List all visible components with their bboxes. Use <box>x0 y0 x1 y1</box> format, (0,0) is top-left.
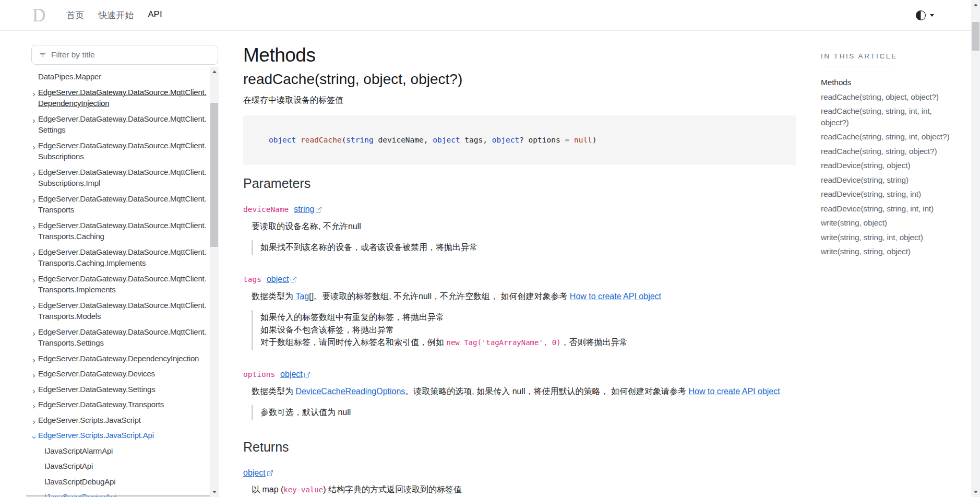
inline-link[interactable]: Tag <box>295 292 309 301</box>
code-token: tags, <box>460 136 492 144</box>
note-line: 如果设备不包含该标签，将抛出异常 <box>260 324 796 336</box>
text-segment: 如果设备不包含该标签，将抛出异常 <box>260 325 394 334</box>
scroll-up-arrow-icon[interactable] <box>974 4 978 6</box>
toc-link[interactable]: readDevice(string, string) <box>821 175 909 184</box>
chevron-right-icon[interactable] <box>31 89 37 100</box>
sidebar-tree-link[interactable]: EdgeServer.​DataGateway.​Settings <box>38 385 155 394</box>
chevron-right-icon[interactable] <box>31 142 37 153</box>
chevron-right-icon[interactable] <box>31 401 37 412</box>
nav-item-api[interactable]: API <box>148 9 162 21</box>
page-scrollbar[interactable] <box>971 0 980 497</box>
parameter-name: deviceName <box>243 205 289 214</box>
toc-item: write(string, string, object) <box>821 246 955 257</box>
type-link[interactable]: object <box>280 370 310 379</box>
code-token: ? options <box>519 136 565 144</box>
sidebar-tree-item: IJavaScriptAlarmApi <box>31 445 218 457</box>
page-scrollbar-thumb[interactable] <box>972 22 979 51</box>
text-segment: 数据类型为 <box>252 387 295 396</box>
note-line: 如果找不到该名称的设备，或者该设备被禁用，将抛出异常 <box>260 241 796 254</box>
sidebar-tree-link[interactable]: IJavaScriptAlarmApi <box>44 446 113 455</box>
scroll-up-arrow-icon[interactable] <box>212 70 217 73</box>
sidebar-tree-link[interactable]: EdgeServer.​DataGateway.​DataSource.​Mqt… <box>38 114 207 135</box>
chevron-right-icon[interactable] <box>31 370 37 382</box>
chevron-right-icon[interactable] <box>31 275 37 287</box>
sidebar-tree-item: EdgeServer.​DataGateway.​DataSource.​Mqt… <box>31 273 218 295</box>
toc-link[interactable]: readCache(string, string, object?) <box>821 147 937 156</box>
sidebar-scrollbar-thumb[interactable] <box>210 103 218 247</box>
parameter-name-row: optionsobject <box>243 370 796 379</box>
sidebar-tree-link[interactable]: IJavaScriptDeviceApi <box>44 492 116 497</box>
sidebar-tree-link[interactable]: EdgeServer.​DataGateway.​DataSource.​Mqt… <box>38 301 207 321</box>
sidebar-tree-link[interactable]: IJavaScriptDebugApi <box>44 477 115 486</box>
chevron-right-icon[interactable] <box>31 249 37 260</box>
chevron-right-icon[interactable] <box>31 355 37 366</box>
sidebar-tree-item: DataPipes.​Mapper <box>31 71 218 82</box>
toc-link[interactable]: readDevice(string, string, int) <box>821 190 921 198</box>
external-link-icon <box>267 469 273 478</box>
chevron-right-icon[interactable] <box>31 417 37 428</box>
sidebar-tree-link[interactable]: EdgeServer.​DataGateway.​DataSource.​Mqt… <box>38 168 207 188</box>
sidebar-scrollbar[interactable] <box>210 67 219 497</box>
toc-link[interactable]: Methods <box>821 78 851 87</box>
namespace-sidebar: DataPipes.​MapperEdgeServer.​DataGateway… <box>31 45 218 497</box>
nav-item-home[interactable]: 首页 <box>66 9 84 21</box>
sidebar-tree-link[interactable]: EdgeServer.​DataGateway.​Transports <box>38 400 164 409</box>
inline-link[interactable]: How to create API object <box>570 292 661 301</box>
sidebar-tree-item: EdgeServer.​DataGateway.​DependencyInjec… <box>31 353 218 364</box>
toc-link[interactable]: readDevice(string, string, int, int) <box>821 204 934 213</box>
chevron-down-icon[interactable] <box>31 432 37 443</box>
theme-toggle-button[interactable] <box>916 10 934 20</box>
toc-list: MethodsreadCache(string, object, object?… <box>821 77 955 257</box>
sidebar-tree-link[interactable]: EdgeServer.​DataGateway.​DataSource.​Mqt… <box>38 141 207 161</box>
toc-link[interactable]: write(string, object) <box>821 218 887 227</box>
sidebar-tree-link[interactable]: EdgeServer.​DataGateway.​Devices <box>38 369 155 378</box>
sidebar-tree-link[interactable]: EdgeServer.​Scripts.​JavaScript.​Api <box>38 431 154 440</box>
sidebar-tree-link[interactable]: EdgeServer.​DataGateway.​DataSource.​Mqt… <box>38 88 207 108</box>
in-this-article-toc: IN THIS ARTICLE MethodsreadCache(string,… <box>821 52 955 261</box>
chevron-right-icon[interactable] <box>31 302 37 313</box>
chevron-right-icon[interactable] <box>31 115 37 127</box>
toc-link[interactable]: readDevice(string, object) <box>821 161 910 170</box>
toc-link[interactable]: readCache(string, string, int, object?) <box>821 132 949 141</box>
sidebar-tree-link[interactable]: EdgeServer.​DataGateway.​DataSource.​Mqt… <box>38 221 207 241</box>
toc-link[interactable]: write(string, string, object) <box>821 247 911 256</box>
method-summary: 在缓存中读取设备的标签值 <box>243 95 796 106</box>
toc-item: readCache(string, string, int, object?) <box>821 131 955 143</box>
toc-link[interactable]: readCache(string, string, int, int, obje… <box>821 106 932 127</box>
type-link[interactable]: object <box>243 468 273 477</box>
sidebar-tree-link[interactable]: IJavaScriptApi <box>44 462 93 470</box>
nav-item-quickstart[interactable]: 快速开始 <box>98 9 134 21</box>
clipped-next-item <box>26 495 210 496</box>
sidebar-tree-link[interactable]: EdgeServer.​DataGateway.​DataSource.​Mqt… <box>38 194 207 215</box>
circle-half-icon <box>916 10 926 20</box>
sidebar-tree-link[interactable]: EdgeServer.​DataGateway.​DataSource.​Mqt… <box>38 327 207 348</box>
code-token: object <box>433 136 460 144</box>
type-link[interactable]: string <box>294 205 321 214</box>
filter-input[interactable] <box>51 50 211 60</box>
chevron-right-icon[interactable] <box>31 195 37 207</box>
chevron-down-icon <box>930 14 934 17</box>
scroll-down-arrow-icon[interactable] <box>974 491 978 493</box>
chevron-right-icon[interactable] <box>31 222 37 233</box>
parameter-description: 要读取的设备名称, 不允许null <box>252 220 796 233</box>
sidebar-tree-link[interactable]: EdgeServer.​Scripts.​JavaScript <box>38 416 141 424</box>
toc-link[interactable]: readCache(string, object, object?) <box>821 92 939 101</box>
inline-link[interactable]: DeviceCacheReadingOptions <box>295 387 405 396</box>
sidebar-tree-link[interactable]: EdgeServer.​DataGateway.​DependencyInjec… <box>38 354 199 363</box>
site-logo[interactable]: D <box>32 6 45 25</box>
type-link[interactable]: object <box>267 275 296 284</box>
scroll-down-arrow-icon[interactable] <box>212 491 217 493</box>
parameter-description: 数据类型为 Tag[]。要读取的标签数组, 不允许null，不允许空数组， 如何… <box>252 290 796 303</box>
chevron-right-icon[interactable] <box>31 169 37 180</box>
inline-link[interactable]: How to create API object <box>689 387 780 396</box>
text-segment: []。要读取的标签数组, 不允许null，不允许空数组， 如何创建对象参考 <box>309 292 570 301</box>
toc-item: readCache(string, string, object?) <box>821 146 955 157</box>
toc-link[interactable]: write(string, string, int, object) <box>821 233 923 242</box>
chevron-right-icon[interactable] <box>31 328 37 340</box>
sidebar-tree-link[interactable]: EdgeServer.​DataGateway.​DataSource.​Mqt… <box>38 247 207 268</box>
sidebar-tree-link[interactable]: EdgeServer.​DataGateway.​DataSource.​Mqt… <box>38 274 207 294</box>
chevron-right-icon[interactable] <box>31 386 37 397</box>
sidebar-tree-item: EdgeServer.​DataGateway.​DataSource.​Mqt… <box>31 220 218 242</box>
sidebar-tree-link[interactable]: DataPipes.​Mapper <box>38 72 101 81</box>
code-token: object <box>492 136 519 144</box>
